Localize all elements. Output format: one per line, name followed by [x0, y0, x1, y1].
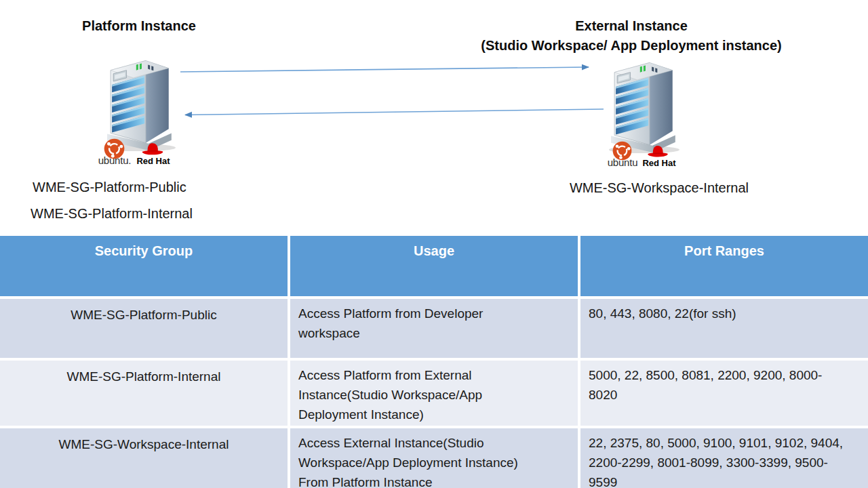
- external-instance-title-line1: External Instance: [426, 16, 837, 36]
- slide-canvas: Platform Instance External Instance (Stu…: [0, 0, 868, 488]
- cell-usage: Access Platform from Developer workspace: [290, 299, 578, 358]
- cell-port-ranges: 22, 2375, 80, 5000, 9100, 9101, 9102, 94…: [580, 428, 868, 488]
- header-cell-security-group: Security Group: [0, 236, 288, 296]
- cell-security-group: WME-SG-Platform-Public: [0, 299, 288, 358]
- sg-label-platform-internal: WME-SG-Platform-Internal: [31, 206, 193, 222]
- cell-port-ranges: 5000, 22, 8500, 8081, 2200, 9200, 8000-8…: [580, 361, 868, 426]
- platform-instance-title: Platform Instance: [37, 16, 241, 36]
- arrow-right-icon: [180, 67, 589, 72]
- left-server-icon: [102, 47, 182, 151]
- sg-label-platform-public: WME-SG-Platform-Public: [33, 180, 186, 195]
- cell-security-group: WME-SG-Workspace-Internal: [0, 428, 288, 488]
- cell-security-group: WME-SG-Platform-Internal: [0, 361, 288, 426]
- sg-label-workspace-internal: WME-SG-Workspace-Internal: [542, 180, 776, 196]
- header-cell-port-ranges: Port Ranges: [580, 236, 868, 296]
- security-group-table: Security Group Usage Port Ranges WME-SG-…: [0, 236, 868, 488]
- cell-usage: Access Platform from External Instance(S…: [290, 361, 578, 426]
- ubuntu-wordmark: ubuntu.: [92, 155, 137, 166]
- ubuntu-wordmark: ubuntu: [601, 157, 644, 168]
- header-cell-usage: Usage: [290, 236, 578, 296]
- right-server-icon: [606, 49, 686, 153]
- cell-usage: Access External Instance(Studio Workspac…: [290, 428, 578, 488]
- cell-port-ranges: 80, 443, 8080, 22(for ssh): [580, 299, 868, 358]
- redhat-wordmark: Red Hat: [134, 156, 172, 166]
- redhat-wordmark: Red Hat: [640, 158, 678, 168]
- arrow-left-icon: [185, 109, 604, 115]
